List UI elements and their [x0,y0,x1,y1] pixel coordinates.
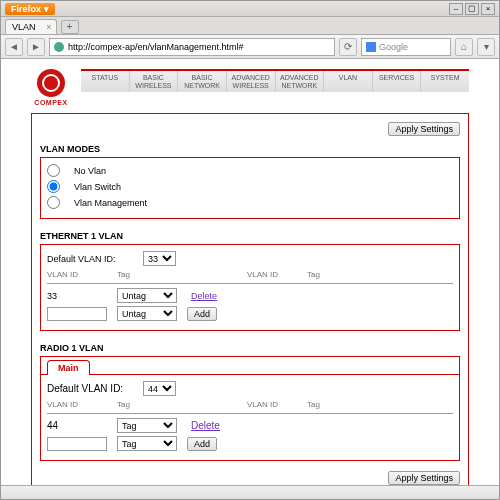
vlan-modes-title: VLAN MODES [40,144,460,154]
url-text: http://compex-ap/en/vlanManagement.html# [68,42,244,52]
radio-new-tag-select[interactable]: UntagTag [117,436,177,451]
new-tab-button[interactable]: + [61,20,79,34]
eth-row-tag-select[interactable]: UntagTag [117,288,177,303]
brand-logo: COMPEX [31,69,71,109]
mode-label-0: No Vlan [74,166,106,176]
ethernet-vlan-title: ETHERNET 1 VLAN [40,231,460,241]
radio-vlan-title: RADIO 1 VLAN [40,343,460,353]
tab-title: VLAN [12,22,36,32]
radio-default-label: Default VLAN ID: [47,383,137,394]
menu-item-vlan[interactable]: VLAN [324,71,373,92]
eth-row-delete-link[interactable]: Delete [191,291,217,301]
eth-default-select[interactable]: 33 [143,251,176,266]
close-tab-icon[interactable]: × [46,22,51,32]
search-box[interactable]: Google [361,38,451,56]
mode-label-1: Vlan Switch [74,182,121,192]
vlan-modes-box: No VlanVlan SwitchVlan Management [40,157,460,219]
eth-row-id: 33 [47,291,107,301]
nav-toolbar: ◄ ► http://compex-ap/en/vlanManagement.h… [1,35,499,59]
url-bar[interactable]: http://compex-ap/en/vlanManagement.html# [49,38,335,56]
col-tag-2: Tag [307,270,320,279]
col-vlan-id-2: VLAN ID [247,270,297,279]
menu-item-system[interactable]: SYSTEM [421,71,469,92]
page-content: COMPEX STATUSBASICWIRELESSBASICNETWORKAD… [1,59,499,485]
eth-row: 33UntagTagDelete [47,288,453,303]
main-menu: STATUSBASICWIRELESSBASICNETWORKADVANCEDW… [81,69,469,92]
back-button[interactable]: ◄ [5,38,23,56]
minimize-button[interactable]: – [449,3,463,15]
apply-settings-bottom-button[interactable]: Apply Settings [388,471,460,485]
window-titlebar: Firefox ▾ – ▢ × [1,1,499,17]
close-window-button[interactable]: × [481,3,495,15]
col-tag: Tag [117,270,177,279]
mode-radio-0[interactable] [47,164,60,177]
radio-row-tag-select[interactable]: UntagTag [117,418,177,433]
bookmarks-button[interactable]: ▾ [477,38,495,56]
radio-new-vlan-input[interactable] [47,437,107,451]
home-button[interactable]: ⌂ [455,38,473,56]
forward-button[interactable]: ► [27,38,45,56]
mode-radio-2[interactable] [47,196,60,209]
browser-tab[interactable]: VLAN × [5,19,57,34]
radio-add-button[interactable]: Add [187,437,217,451]
menu-item-services[interactable]: SERVICES [373,71,422,92]
profile-tab-main[interactable]: Main [47,360,90,375]
radio-default-select[interactable]: 44 [143,381,176,396]
reload-button[interactable]: ⟳ [339,38,357,56]
search-placeholder: Google [379,42,408,52]
tab-bar: VLAN × + [1,17,499,35]
eth-add-button[interactable]: Add [187,307,217,321]
firefox-menu-button[interactable]: Firefox ▾ [5,3,55,15]
eth-new-tag-select[interactable]: UntagTag [117,306,177,321]
radio-row-delete-link[interactable]: Delete [191,420,220,431]
menu-item-status[interactable]: STATUS [81,71,130,92]
google-icon [366,42,376,52]
eth-default-label: Default VLAN ID: [47,254,137,264]
menu-item-basic-wireless[interactable]: BASICWIRELESS [130,71,179,92]
rcol-vlan-id-2: VLAN ID [247,400,297,409]
mode-label-2: Vlan Management [74,198,147,208]
rcol-vlan-id: VLAN ID [47,400,107,409]
col-vlan-id: VLAN ID [47,270,107,279]
globe-icon [54,42,64,52]
radio-row-id: 44 [47,420,107,431]
radio-vlan-box: Main Default VLAN ID: 44 VLAN ID Tag VLA… [40,356,460,461]
apply-settings-top-button[interactable]: Apply Settings [388,122,460,136]
svg-rect-0 [366,42,376,52]
menu-item-basic-network[interactable]: BASICNETWORK [178,71,227,92]
status-bar [1,485,499,499]
rcol-tag: Tag [117,400,177,409]
eth-new-vlan-input[interactable] [47,307,107,321]
maximize-button[interactable]: ▢ [465,3,479,15]
mode-radio-1[interactable] [47,180,60,193]
radio-row: 44UntagTagDelete [47,418,453,433]
menu-item-advanced-wireless[interactable]: ADVANCEDWIRELESS [227,71,276,92]
menu-item-advanced-network[interactable]: ADVANCEDNETWORK [276,71,325,92]
rcol-tag-2: Tag [307,400,320,409]
ethernet-vlan-box: Default VLAN ID: 33 VLAN ID Tag VLAN ID … [40,244,460,331]
